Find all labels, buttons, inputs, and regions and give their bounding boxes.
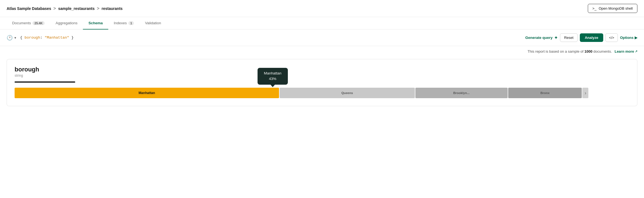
- sample-info: This report is based on a sample of 1000…: [0, 46, 644, 55]
- bar-label-manhattan: Manhattan: [139, 91, 155, 95]
- sparkle-icon: ✦: [554, 35, 558, 40]
- schema-card-borough: borough string Manhattan 43% Manhattan Q…: [7, 59, 637, 106]
- breadcrumb-bar: Atlas Sample Databases > sample_restaura…: [0, 0, 644, 17]
- sample-count: 1000: [585, 49, 592, 53]
- schema-content: borough string Manhattan 43% Manhattan Q…: [0, 55, 644, 113]
- breadcrumb: Atlas Sample Databases > sample_restaura…: [7, 6, 123, 11]
- query-colon: :: [40, 36, 45, 40]
- breadcrumb-sep-1: >: [53, 6, 56, 11]
- bar-segment-more[interactable]: ›: [582, 88, 588, 98]
- breadcrumb-sample-restaurants[interactable]: sample_restaurants: [58, 6, 94, 11]
- bar-segment-brooklyn[interactable]: Brooklyn...: [415, 88, 508, 98]
- more-icon: ›: [585, 90, 586, 96]
- tab-aggregations[interactable]: Aggregations: [50, 17, 83, 30]
- learn-more-link[interactable]: Learn more ↗: [615, 49, 637, 53]
- tab-schema[interactable]: Schema: [83, 17, 108, 30]
- terminal-icon: >_: [592, 6, 597, 10]
- query-brace-close: }: [69, 36, 74, 40]
- tabs-bar: Documents 25.4K Aggregations Schema Inde…: [0, 17, 644, 30]
- code-button[interactable]: </>: [605, 33, 618, 42]
- options-button[interactable]: Options ▶: [620, 36, 637, 40]
- external-link-icon: ↗: [635, 50, 637, 53]
- bar-label-brooklyn: Brooklyn...: [453, 91, 469, 95]
- learn-more-label: Learn more: [615, 49, 634, 53]
- tab-documents[interactable]: Documents 25.4K: [7, 17, 50, 30]
- reset-button[interactable]: Reset: [560, 33, 578, 42]
- clock-dropdown-arrow: ▼: [14, 36, 17, 39]
- bar-segment-manhattan[interactable]: Manhattan: [15, 88, 279, 98]
- field-name: borough: [15, 66, 629, 73]
- query-key: borough: [25, 36, 40, 40]
- breadcrumb-sep-2: >: [97, 6, 99, 11]
- bar-label-bronx: Bronx: [540, 91, 550, 95]
- query-bar: 🕐 ▼ { borough: "Manhattan" } Generate qu…: [0, 30, 644, 46]
- code-icon: </>: [609, 36, 614, 40]
- query-value: "Manhattan": [45, 36, 69, 40]
- tab-documents-label: Documents: [12, 21, 31, 25]
- sample-prefix: This report is based on a sample of: [527, 49, 583, 53]
- options-chevron-icon: ▶: [635, 36, 637, 40]
- tab-indexes-label: Indexes: [114, 21, 127, 25]
- bar-label-queens: Queens: [341, 91, 353, 95]
- tab-indexes[interactable]: Indexes 1: [108, 17, 139, 30]
- tab-validation[interactable]: Validation: [139, 17, 166, 30]
- tab-aggregations-label: Aggregations: [56, 21, 78, 25]
- sample-info-text: This report is based on a sample of 1000…: [527, 49, 637, 53]
- breadcrumb-restaurants[interactable]: restaurants: [102, 6, 123, 11]
- bar-segment-bronx[interactable]: Bronx: [508, 88, 582, 98]
- query-history-button[interactable]: 🕐 ▼: [7, 35, 17, 41]
- options-label: Options: [620, 36, 634, 40]
- open-mongodb-shell-button[interactable]: >_ Open MongoDB shell: [588, 4, 637, 13]
- tab-validation-label: Validation: [145, 21, 161, 25]
- bar-chart-area: Manhattan 43% Manhattan Queens Brooklyn.…: [15, 88, 629, 98]
- query-input-display[interactable]: { borough: "Manhattan" }: [20, 36, 522, 40]
- breadcrumb-atlas[interactable]: Atlas Sample Databases: [7, 6, 51, 11]
- clock-icon: 🕐: [7, 35, 13, 41]
- query-brace-open: {: [20, 36, 25, 40]
- tab-indexes-badge: 1: [128, 21, 134, 25]
- query-actions: Generate query ✦ Reset Analyze </> Optio…: [525, 33, 637, 42]
- bar-segment-queens[interactable]: Queens: [280, 88, 415, 98]
- field-type: string: [15, 74, 629, 77]
- tab-documents-badge: 25.4K: [33, 21, 44, 25]
- generate-query-label: Generate query: [525, 36, 553, 40]
- generate-query-button[interactable]: Generate query ✦: [525, 35, 558, 40]
- bar-chart-row: Manhattan Queens Brooklyn... Bronx ›: [15, 88, 629, 98]
- open-shell-label: Open MongoDB shell: [599, 6, 633, 10]
- string-bar: [15, 81, 75, 83]
- analyze-button[interactable]: Analyze: [580, 33, 603, 42]
- sample-suffix: documents.: [593, 49, 612, 53]
- tab-schema-label: Schema: [88, 21, 103, 25]
